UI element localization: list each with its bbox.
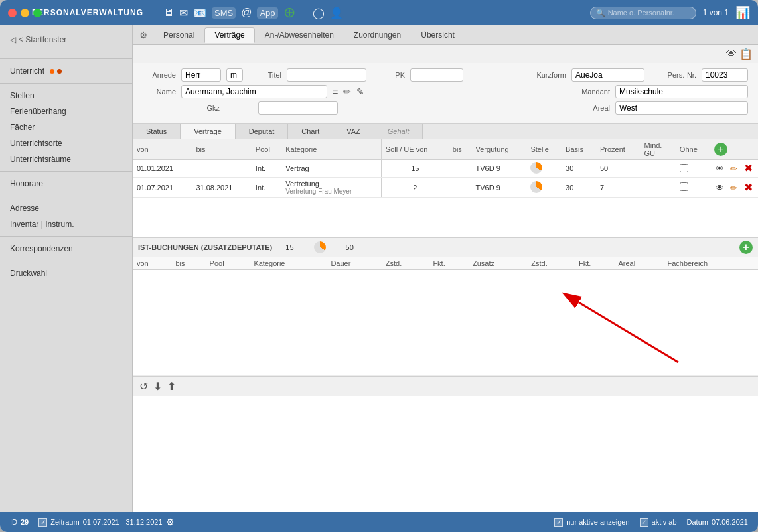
gkz-input[interactable] [258, 101, 338, 115]
close-button[interactable] [8, 9, 17, 17]
row2-prozent: 7 [596, 178, 641, 198]
settings-icon[interactable]: ⚙ [139, 30, 148, 40]
sidebar-item-unterricht[interactable]: Unterricht [0, 63, 132, 79]
eye-icon[interactable]: 👁 [726, 48, 737, 60]
row1-basis: 30 [562, 160, 596, 178]
contracts-table-area: von bis Pool Kategorie Soll / UE von bis… [133, 139, 758, 512]
unterricht-dot [50, 69, 54, 74]
chat-icon[interactable]: ◯ [313, 7, 325, 19]
pk-input[interactable] [410, 68, 463, 82]
row1-delete-icon[interactable]: ✖ [742, 163, 754, 174]
gender-input[interactable] [226, 68, 243, 82]
minimize-button[interactable] [21, 9, 29, 17]
section-tab-status[interactable]: Status [133, 124, 181, 139]
sidebar-item-unterrichtsraeume[interactable]: Unterrichtsräume [0, 151, 132, 167]
at-icon[interactable]: @ [241, 7, 252, 19]
sidebar-item-druckwahl[interactable]: Druckwahl [0, 265, 132, 281]
status-zeitraum: ✓ Zeitraum 01.07.2021 - 31.12.2021 ⚙ [38, 517, 174, 527]
refresh-icon[interactable]: ↺ [139, 380, 148, 393]
row2-delete-icon[interactable]: ✖ [742, 181, 754, 193]
tab-zuordnungen[interactable]: Zuordnungen [344, 27, 411, 43]
pencil2-icon[interactable]: ✎ [356, 86, 364, 97]
row2-soll-bis [449, 178, 472, 198]
add-ist-button[interactable]: + [739, 241, 753, 254]
pers-nr-input[interactable] [702, 68, 748, 82]
aktiv-ab-checkbox[interactable]: ✓ [640, 518, 648, 527]
app-window: PERSONALVERWALTUNG 🖥 ✉ 📧 SMS @ App ⊕ ◯ 👤… [0, 0, 758, 532]
sidebar-item-stellen[interactable]: Stellen [0, 88, 132, 103]
sidebar-item-adresse[interactable]: Adresse [0, 200, 132, 216]
zeitraum-checkbox[interactable]: ✓ [38, 518, 47, 527]
name-input[interactable] [181, 85, 327, 98]
statusbar: ID 29 ✓ Zeitraum 01.07.2021 - 31.12.2021… [0, 512, 758, 532]
status-aktiv-ab: ✓ aktiv ab [640, 518, 677, 527]
row1-edit-icon[interactable]: ✏ [728, 163, 740, 175]
row2-verguetung: TV6D 9 [472, 178, 527, 198]
sidebar-item-honorare[interactable]: Honorare [0, 176, 132, 192]
search-box[interactable]: 🔍 Name o. Personalnr. [590, 7, 696, 19]
kurzform-input[interactable] [571, 68, 644, 82]
section-tab-deputat[interactable]: Deputat [236, 124, 289, 139]
sidebar-item-ferienueberhang[interactable]: Ferienüberhang [0, 103, 132, 119]
tab-vertraege[interactable]: Verträge [204, 27, 254, 43]
row2-kategorie: Vertretung Vertretung Frau Meyer [281, 178, 381, 198]
tab-uebersicht[interactable]: Übersicht [411, 27, 465, 43]
section-tab-vaz[interactable]: VAZ [333, 124, 374, 139]
add-circle-icon[interactable]: ⊕ [283, 4, 295, 21]
row1-bis [192, 160, 251, 178]
person-search-icon[interactable]: 👤 [330, 7, 343, 19]
ist-th-zstd1: Zstd. [382, 257, 429, 270]
sidebar-item-unterrichtsorte[interactable]: Unterrichtsorte [0, 135, 132, 151]
row2-ohne-checkbox[interactable] [680, 182, 688, 191]
titel-input[interactable] [287, 68, 366, 82]
name-label: Name [143, 88, 176, 96]
email-icon[interactable]: 📧 [193, 7, 206, 19]
row2-eye-icon[interactable]: 👁 [714, 182, 726, 194]
mandant-input[interactable] [615, 85, 748, 98]
gkz-label: Gkz [187, 104, 220, 112]
row2-bis: 31.08.2021 [192, 178, 251, 198]
search-icon: 🔍 [596, 9, 605, 17]
row1-verguetung: TV6D 9 [472, 160, 527, 178]
list-icon[interactable]: ≡ [333, 86, 338, 97]
tab-abwesenheiten[interactable]: An-/Abwesenheiten [255, 27, 344, 43]
red-arrow-annotation [546, 289, 731, 369]
nur-aktive-checkbox[interactable]: ✓ [554, 518, 563, 527]
sidebar-item-faecher[interactable]: Fächer [0, 119, 132, 135]
druckwahl-label: Druckwahl [10, 269, 47, 278]
mail-icon[interactable]: ✉ [179, 7, 188, 19]
section-tab-vertraege[interactable]: Verträge [181, 124, 236, 139]
anrede-input[interactable] [181, 68, 221, 82]
row1-ohne-checkbox[interactable] [680, 164, 688, 172]
tab-personal[interactable]: Personal [153, 27, 204, 43]
maximize-button[interactable] [33, 9, 42, 17]
sidebar-item-korrespondenzen[interactable]: Korrespondenzen [0, 241, 132, 257]
zeitraum-gear-icon[interactable]: ⚙ [166, 517, 175, 527]
unterricht-dot2 [57, 69, 62, 74]
th-von: von [133, 139, 192, 160]
mandant-label: Mandant [577, 88, 610, 96]
edit-icon[interactable]: ✏ [343, 86, 351, 97]
tabs-bar: ⚙ Personal Verträge An-/Abwesenheiten Zu… [133, 25, 758, 45]
ist-th-fkt1: Fkt. [429, 257, 469, 270]
monitor-icon[interactable]: 🖥 [163, 7, 174, 19]
row2-edit-icon[interactable]: ✏ [728, 182, 740, 194]
sidebar-item-inventar[interactable]: Inventar | Instrum. [0, 216, 132, 232]
row1-prozent: 50 [596, 160, 641, 178]
sms-icon[interactable]: SMS [212, 7, 236, 19]
form-row-gkz: Gkz Areal [143, 101, 748, 115]
add-contract-button[interactable]: + [714, 143, 727, 156]
note-icon[interactable]: 📋 [739, 48, 753, 60]
upload-icon[interactable]: ⬆ [167, 380, 176, 393]
app-icon[interactable]: App [257, 7, 277, 19]
back-button[interactable]: ◁ < Startfenster [0, 32, 132, 48]
th-soll: Soll / UE von [381, 139, 448, 160]
ferienueberhang-label: Ferienüberhang [10, 107, 66, 116]
stats-icon[interactable]: 📊 [735, 5, 750, 20]
download-icon[interactable]: ⬇ [153, 380, 162, 393]
row1-eye-icon[interactable]: 👁 [714, 163, 726, 175]
section-tab-chart[interactable]: Chart [288, 124, 333, 139]
section-tab-gehalt[interactable]: Gehalt [374, 124, 423, 139]
ist-header-row: von bis Pool Kategorie Dauer Zstd. Fkt. … [133, 257, 758, 270]
areal-input[interactable] [615, 101, 748, 115]
